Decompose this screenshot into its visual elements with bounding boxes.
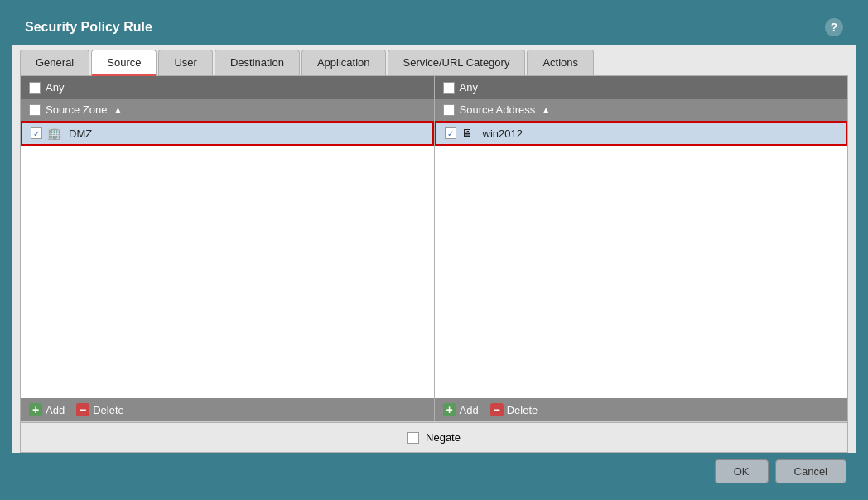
dmz-icon bbox=[47, 127, 64, 140]
address-checkbox[interactable] bbox=[443, 104, 455, 116]
source-zone-rows: DMZ bbox=[21, 121, 434, 398]
help-icon[interactable]: ? bbox=[825, 18, 843, 36]
tab-content: Any Source Zone ▲ DMZ bbox=[20, 75, 848, 453]
any-checkbox-left[interactable] bbox=[29, 82, 41, 94]
del-icon-right: − bbox=[490, 403, 504, 416]
dialog-body: General Source User Destination Applicat… bbox=[12, 45, 856, 490]
security-policy-dialog: Security Policy Rule ? General Source Us… bbox=[12, 10, 856, 490]
tab-general[interactable]: General bbox=[20, 50, 89, 75]
zone-sort-arrow: ▲ bbox=[113, 105, 122, 114]
win2012-checkbox[interactable] bbox=[445, 127, 456, 139]
any-label-left: Any bbox=[46, 81, 64, 94]
any-label-right: Any bbox=[460, 81, 478, 94]
dmz-label: DMZ bbox=[69, 127, 92, 140]
negate-label: Negate bbox=[426, 431, 461, 444]
source-address-any-header: Any bbox=[435, 76, 848, 99]
negate-row: Negate bbox=[21, 422, 847, 452]
source-zone-header: Source Zone ▲ bbox=[21, 99, 434, 121]
tab-destination[interactable]: Destination bbox=[215, 50, 300, 75]
tab-service-url[interactable]: Service/URL Category bbox=[388, 50, 526, 75]
source-address-delete-btn[interactable]: − Delete bbox=[490, 403, 538, 416]
tab-application[interactable]: Application bbox=[301, 50, 386, 75]
source-zone-add-btn[interactable]: + Add bbox=[29, 403, 65, 416]
add-label-right: Add bbox=[460, 404, 479, 416]
cancel-button[interactable]: Cancel bbox=[775, 459, 846, 483]
source-address-footer: + Add − Delete bbox=[435, 398, 848, 421]
source-zone-delete-btn[interactable]: − Delete bbox=[76, 403, 124, 416]
add-icon-left: + bbox=[29, 403, 42, 416]
tab-source[interactable]: Source bbox=[91, 50, 157, 75]
any-checkbox-right[interactable] bbox=[443, 82, 455, 94]
dmz-row[interactable]: DMZ bbox=[21, 121, 434, 146]
negate-checkbox[interactable] bbox=[407, 432, 419, 444]
source-zone-any-header: Any bbox=[21, 76, 434, 99]
panels-wrapper: Any Source Zone ▲ DMZ bbox=[21, 76, 847, 422]
source-address-add-btn[interactable]: + Add bbox=[443, 403, 479, 416]
dialog-footer: OK Cancel bbox=[12, 453, 856, 490]
ok-button[interactable]: OK bbox=[715, 459, 769, 483]
zone-label: Source Zone bbox=[46, 103, 107, 116]
zone-checkbox[interactable] bbox=[29, 104, 41, 116]
delete-label-left: Delete bbox=[93, 404, 124, 416]
source-zone-panel: Any Source Zone ▲ DMZ bbox=[21, 76, 435, 421]
source-address-header: Source Address ▲ bbox=[435, 99, 848, 121]
tab-actions[interactable]: Actions bbox=[527, 50, 594, 75]
source-address-panel: Any Source Address ▲ win2012 bbox=[435, 76, 848, 421]
address-label: Source Address bbox=[460, 103, 536, 116]
dialog-title: Security Policy Rule bbox=[25, 20, 152, 35]
win2012-row[interactable]: win2012 bbox=[435, 121, 848, 146]
win2012-label: win2012 bbox=[483, 127, 523, 140]
source-zone-footer: + Add − Delete bbox=[21, 398, 434, 421]
address-sort-arrow: ▲ bbox=[542, 105, 550, 114]
dialog-title-bar: Security Policy Rule ? bbox=[12, 10, 856, 45]
tab-user[interactable]: User bbox=[158, 50, 212, 75]
dmz-checkbox[interactable] bbox=[31, 127, 42, 139]
source-address-rows: win2012 bbox=[435, 121, 848, 398]
tab-bar: General Source User Destination Applicat… bbox=[12, 45, 856, 75]
del-icon-left: − bbox=[76, 403, 89, 416]
address-icon bbox=[461, 127, 478, 140]
add-label-left: Add bbox=[46, 404, 65, 416]
add-icon-right: + bbox=[443, 403, 456, 416]
delete-label-right: Delete bbox=[507, 404, 538, 416]
